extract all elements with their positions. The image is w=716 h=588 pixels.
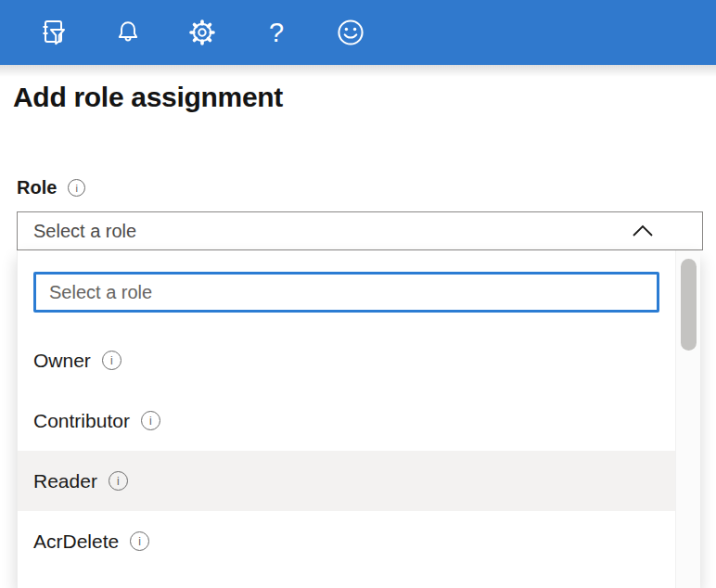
role-field-label-row: Role i: [17, 177, 85, 198]
help-question-icon[interactable]: ?: [261, 17, 292, 48]
top-command-bar: ?: [0, 0, 716, 65]
option-label: AcrDelete: [33, 530, 119, 553]
chevron-up-icon: [632, 224, 654, 238]
dropdown-scrollbar-thumb[interactable]: [681, 259, 697, 351]
dropdown-scrollbar-track[interactable]: [675, 250, 700, 588]
owner-info-icon[interactable]: i: [102, 351, 121, 370]
role-info-icon[interactable]: i: [68, 179, 85, 197]
reader-info-icon[interactable]: i: [109, 471, 128, 491]
topbar-shadow: [0, 65, 716, 77]
role-label: Role: [17, 177, 57, 198]
subscription-filter-icon[interactable]: [38, 17, 70, 48]
azure-portal-window: ? Add role assignment Role i Select a ro…: [0, 0, 716, 588]
info-glyph: i: [117, 475, 120, 488]
role-options-list: Owner i Contributor i Reader i AcrDelete: [18, 330, 676, 571]
info-glyph: i: [149, 415, 152, 428]
page-title: Add role assignment: [13, 82, 283, 113]
role-option-contributor[interactable]: Contributor i: [18, 390, 676, 451]
role-option-acrdelete[interactable]: AcrDelete i: [18, 511, 676, 571]
feedback-smiley-icon[interactable]: [335, 17, 366, 48]
info-glyph: i: [110, 354, 113, 367]
role-option-reader[interactable]: Reader i: [18, 451, 676, 511]
role-dropdown-panel: Owner i Contributor i Reader i AcrDelete: [17, 250, 700, 588]
option-label: Contributor: [33, 410, 130, 432]
role-option-owner[interactable]: Owner i: [18, 330, 676, 390]
notifications-bell-icon[interactable]: [112, 17, 144, 48]
option-label: Owner: [33, 350, 91, 372]
question-glyph: ?: [269, 19, 284, 46]
role-select-control[interactable]: Select a role: [17, 211, 703, 250]
contributor-info-icon[interactable]: i: [141, 411, 160, 430]
role-search-input[interactable]: [33, 272, 659, 313]
option-label: Reader: [33, 470, 97, 492]
info-glyph: i: [76, 183, 78, 194]
info-glyph: i: [138, 535, 141, 548]
settings-gear-icon[interactable]: [186, 17, 218, 48]
acrdelete-info-icon[interactable]: i: [130, 531, 149, 551]
role-select-value: Select a role: [33, 221, 136, 242]
